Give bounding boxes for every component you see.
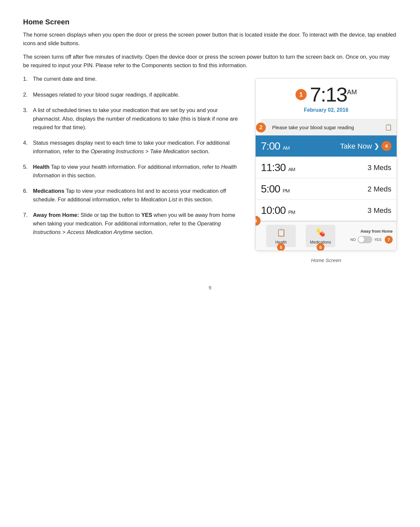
time-section: 1 7:13AM February 02, 2016 — [256, 78, 397, 119]
intro-paragraph-2: The screen turns off after five minutes … — [23, 53, 397, 70]
med-status-4: 3 Meds — [368, 205, 391, 216]
no-label: NO — [350, 237, 356, 243]
list-item: 3. A list of scheduled times to take you… — [23, 106, 245, 132]
toggle-thumb — [358, 237, 364, 243]
page-number: 9 — [23, 284, 397, 292]
message-text: Please take your blood sugar reading — [272, 124, 381, 132]
list-text: Messages related to your blood sugar rea… — [33, 91, 180, 99]
list-text: Status messages display next to each tim… — [33, 139, 245, 156]
intro-paragraph-1: The home screen displays when you open t… — [23, 31, 397, 47]
away-label: Away from Home — [360, 228, 393, 234]
health-icon: 📋 — [277, 227, 286, 238]
list-item: 1. The current date and time. — [23, 75, 245, 83]
list-item: 2. Messages related to your blood sugar … — [23, 91, 245, 99]
badge-4: 4 — [381, 141, 391, 151]
take-now-label: Take Now — [340, 141, 372, 152]
list-num: 5. — [23, 163, 30, 180]
health-button[interactable]: 📋 Health 5 — [266, 225, 296, 247]
med-time-4: 10:00 PM — [261, 202, 295, 218]
home-screen-caption: Home Screen — [255, 257, 397, 264]
med-time-1: 7:00 AM — [261, 138, 290, 154]
period-1: AM — [283, 145, 290, 151]
badge-5: 5 — [277, 243, 285, 251]
time-value: 7:13 — [310, 83, 347, 106]
yes-label: YES — [374, 237, 381, 243]
med-status-3: 2 Meds — [368, 184, 391, 194]
document-icon: 📋 — [385, 123, 392, 132]
list-item: 6. Medications Tap to view your medicati… — [23, 187, 245, 204]
away-toggle[interactable]: NO YES — [350, 236, 381, 243]
badge-1: 1 — [295, 89, 307, 100]
badge-7: 7 — [385, 236, 393, 244]
message-bar: 2 Please take your blood sugar reading 📋 — [261, 119, 397, 135]
list-text: Away from Home: Slide or tap the button … — [33, 211, 245, 236]
med-row-3[interactable]: 5:00 PM 2 Meds — [256, 178, 397, 199]
med-row-4[interactable]: 10:00 PM 3 Meds — [256, 199, 397, 221]
list-num: 2. — [23, 91, 30, 99]
bottom-bar: 📋 Health 5 💊 Medications 6 Away from Hom… — [256, 221, 397, 250]
toggle-track[interactable] — [358, 236, 372, 243]
left-column: 1. The current date and time. 2. Message… — [23, 75, 245, 244]
med-row-1[interactable]: 7:00 AM Take Now ❯ 4 — [256, 135, 397, 157]
right-column: 1 7:13AM February 02, 2016 2 Please take… — [255, 78, 397, 264]
badge-2: 2 — [256, 123, 266, 132]
med-time-2: 11:30 AM — [261, 160, 295, 175]
chevron-icon: ❯ — [374, 141, 379, 151]
list-item: 5. Health Tap to view your health inform… — [23, 163, 245, 180]
list-num: 4. — [23, 139, 30, 156]
bottom-bar-wrapper: 3 📋 Health 5 💊 Medications 6 — [256, 221, 397, 250]
list-item: 4. Status messages display next to each … — [23, 139, 245, 156]
list-text: A list of scheduled times to take your m… — [33, 106, 245, 132]
away-from-home-section: Away from Home NO YES 7 — [339, 228, 393, 244]
content-wrapper: 1. The current date and time. 2. Message… — [23, 75, 397, 264]
time-display: 7:13AM — [310, 84, 357, 105]
list-num: 1. — [23, 75, 30, 83]
list-num: 7. — [23, 211, 30, 236]
badge-6: 6 — [317, 243, 324, 251]
time-row: 1 7:13AM — [262, 84, 390, 105]
period-4: PM — [288, 209, 295, 215]
period-2: AM — [288, 166, 295, 172]
list-num: 6. — [23, 187, 30, 204]
med-status-2: 3 Meds — [368, 162, 391, 173]
list-text: Health Tap to view your health informati… — [33, 163, 245, 180]
take-now-button[interactable]: Take Now ❯ 4 — [340, 141, 391, 152]
list-num: 3. — [23, 106, 30, 132]
ampm-label: AM — [347, 89, 357, 96]
medications-icon: 💊 — [316, 227, 325, 238]
page-title: Home Screen — [23, 16, 397, 27]
med-row-2[interactable]: 11:30 AM 3 Meds — [256, 157, 397, 178]
medications-button[interactable]: 💊 Medications 6 — [306, 225, 335, 247]
period-3: PM — [283, 188, 290, 193]
device-screen: 1 7:13AM February 02, 2016 2 Please take… — [255, 78, 397, 251]
date-display: February 02, 2016 — [262, 106, 390, 114]
list-item: 7. Away from Home: Slide or tap the butt… — [23, 211, 245, 236]
med-time-3: 5:00 PM — [261, 181, 290, 197]
list-text: The current date and time. — [33, 75, 97, 83]
list-text: Medications Tap to view your medications… — [33, 187, 245, 204]
med-schedule: 7:00 AM Take Now ❯ 4 11:30 AM 3 Meds 5:0… — [256, 135, 397, 221]
feature-list: 1. The current date and time. 2. Message… — [23, 75, 245, 236]
